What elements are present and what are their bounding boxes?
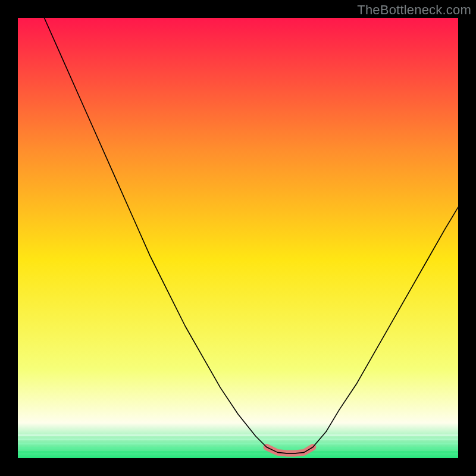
chart-svg: [0, 0, 476, 476]
plot-gradient-background: [18, 18, 458, 458]
svg-rect-3: [18, 447, 458, 449]
svg-rect-2: [18, 443, 458, 444]
bottleneck-chart: TheBottleneck.com: [0, 0, 476, 476]
svg-rect-1: [18, 439, 458, 440]
watermark-label: TheBottleneck.com: [357, 2, 471, 18]
svg-rect-4: [18, 451, 458, 453]
svg-rect-0: [18, 434, 458, 436]
